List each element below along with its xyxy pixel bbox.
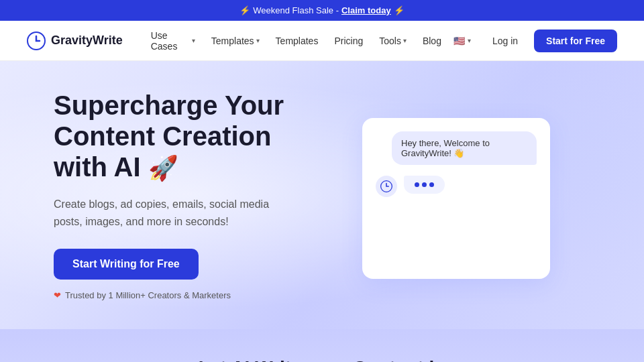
hero-section: Supercharge Your Content Creation with A… <box>0 61 644 329</box>
chat-widget: Hey there, Welcome to GravityWrite! 👋 <box>362 118 550 279</box>
banner-text: Weekend Flash Sale - <box>253 5 339 15</box>
nav-templates-dropdown-label: Templates <box>211 36 254 46</box>
nav-templates[interactable]: Templates <box>269 32 325 50</box>
chevron-down-icon: ▾ <box>468 37 471 44</box>
flag-icon: 🇺🇸 <box>453 36 465 46</box>
banner-emoji-right: ⚡ <box>394 5 405 15</box>
hero-trust-text: Trusted by 1 Million+ Creators & Markete… <box>65 290 231 300</box>
logo-icon <box>27 32 46 50</box>
nav-templates-dropdown[interactable]: Templates ▾ <box>205 32 266 50</box>
nav-blog-label: Blog <box>423 36 441 46</box>
nav-use-cases[interactable]: Use Cases ▾ <box>144 26 202 56</box>
nav-templates-label: Templates <box>276 36 319 46</box>
bottom-title: Let AI Write your Content in Seconds. Wi… <box>54 356 590 362</box>
hero-title-line2: Content Creation <box>54 121 271 151</box>
banner-link[interactable]: Claim today <box>341 5 391 15</box>
nav-blog[interactable]: Blog <box>416 32 448 50</box>
hero-title-emoji: 🚀 <box>148 154 178 182</box>
typing-dot-2 <box>422 182 427 187</box>
navbar: GravityWrite Use Cases ▾ Templates ▾ Tem… <box>0 21 644 61</box>
bot-avatar <box>376 176 397 197</box>
typing-indicator <box>404 176 445 194</box>
chat-bot-response <box>376 176 537 197</box>
hero-title: Supercharge Your Content Creation with A… <box>54 90 322 182</box>
hero-left: Supercharge Your Content Creation with A… <box>54 90 322 300</box>
nav-right: 🇺🇸 ▾ Log in Start for Free <box>448 29 617 52</box>
top-banner: ⚡ Weekend Flash Sale - Claim today ⚡ <box>0 0 644 21</box>
nav-tools-label: Tools <box>379 36 401 46</box>
hero-cta-button[interactable]: Start Writing for Free <box>54 249 199 280</box>
typing-dot-3 <box>429 182 434 187</box>
language-selector[interactable]: 🇺🇸 ▾ <box>448 32 476 50</box>
hero-title-line3: with AI <box>54 152 141 182</box>
nav-pricing-label: Pricing <box>334 36 363 46</box>
chevron-down-icon: ▾ <box>256 37 260 44</box>
gravitywrite-icon <box>380 180 392 192</box>
logo-text: GravityWrite <box>51 34 123 48</box>
nav-pricing[interactable]: Pricing <box>327 32 370 50</box>
typing-dot-1 <box>415 182 419 187</box>
login-button[interactable]: Log in <box>484 32 526 50</box>
heart-icon: ❤ <box>54 290 61 300</box>
hero-title-line1: Supercharge Your <box>54 90 284 120</box>
bottom-section: Let AI Write your Content in Seconds. Wi… <box>0 329 644 362</box>
chat-user-message: Hey there, Welcome to GravityWrite! 👋 <box>392 131 537 165</box>
logo[interactable]: GravityWrite <box>27 32 123 50</box>
chevron-down-icon: ▾ <box>192 37 195 44</box>
hero-subtitle: Create blogs, ad copies, emails, social … <box>54 196 295 230</box>
chevron-down-icon: ▾ <box>403 37 407 44</box>
nav-use-cases-label: Use Cases <box>151 30 190 52</box>
nav-links: Use Cases ▾ Templates ▾ Templates Pricin… <box>144 26 448 56</box>
hero-trust: ❤ Trusted by 1 Million+ Creators & Marke… <box>54 290 322 300</box>
hero-right: Hey there, Welcome to GravityWrite! 👋 <box>322 111 590 279</box>
banner-emoji-left: ⚡ <box>239 5 250 15</box>
nav-tools[interactable]: Tools ▾ <box>372 32 413 50</box>
start-free-button[interactable]: Start for Free <box>534 29 617 52</box>
bottom-title-line1: Let AI Write your Content in <box>199 357 446 362</box>
